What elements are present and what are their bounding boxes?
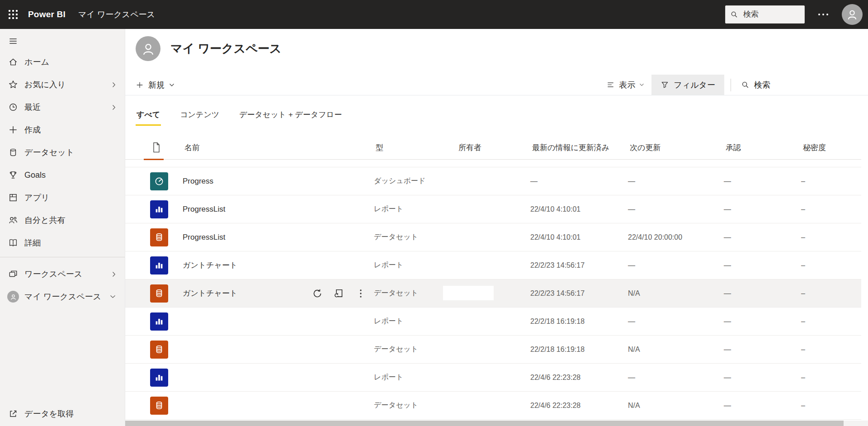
table-row[interactable]: データセット 22/2/18 16:19:18 N/A — – xyxy=(125,336,861,364)
sidebar-item-get-data[interactable]: データを取得 xyxy=(0,402,125,425)
sidebar-item-trophy[interactable]: Goals xyxy=(0,164,125,186)
sidebar-item-label: ワークスペース xyxy=(24,269,82,279)
sidebar-item-people[interactable]: 自分と共有 xyxy=(0,209,125,232)
sidebar-item-book[interactable]: 詳細 xyxy=(0,232,125,254)
schedule-refresh-icon[interactable] xyxy=(333,287,345,300)
document-icon[interactable] xyxy=(150,142,170,153)
sidebar-item-label: 最近 xyxy=(24,102,41,113)
item-refreshed: 22/4/10 4:10:01 xyxy=(530,205,628,213)
table-header-spacer xyxy=(125,160,861,167)
book-icon xyxy=(8,238,18,248)
tab-content[interactable]: コンテンツ xyxy=(179,109,220,126)
toolbar-divider xyxy=(731,79,731,91)
row-actions xyxy=(306,287,374,300)
column-header-type[interactable]: 型 xyxy=(376,142,458,153)
item-refreshed: 22/4/10 4:10:01 xyxy=(530,233,628,241)
toolbar: 新規 表示 フィルター xyxy=(125,75,868,95)
sidebar-item-home[interactable]: ホーム xyxy=(0,51,125,73)
horizontal-scrollbar[interactable] xyxy=(125,421,868,426)
item-next-refresh: — xyxy=(628,177,724,185)
owner-name-redacted xyxy=(443,286,494,300)
sidebar-item-apps[interactable]: アプリ xyxy=(0,186,125,209)
sidebar-item-clock[interactable]: 最近 xyxy=(0,96,125,118)
view-button[interactable]: 表示 xyxy=(599,75,651,95)
item-sensitivity: – xyxy=(801,261,861,270)
item-endorsement: — xyxy=(724,402,801,410)
sidebar-item-label: データを取得 xyxy=(24,408,74,419)
global-search-box[interactable] xyxy=(725,5,805,24)
plus-icon xyxy=(8,125,18,135)
item-type: レポート xyxy=(374,260,457,270)
item-type: レポート xyxy=(374,317,457,326)
plus-icon xyxy=(136,81,144,89)
more-options-icon[interactable] xyxy=(354,287,367,300)
hamburger-menu-icon[interactable] xyxy=(0,32,125,51)
report-tile-icon xyxy=(150,369,168,387)
column-header-owner[interactable]: 所有者 xyxy=(458,142,532,153)
list-search-button[interactable]: 検索 xyxy=(736,75,775,95)
filter-button[interactable]: フィルター xyxy=(651,75,724,95)
item-refreshed: 22/4/6 22:23:28 xyxy=(530,402,628,410)
waffle-menu-icon[interactable] xyxy=(0,0,26,29)
table-header: 名前 型 所有者 最新の情報に更新済み 次の更新 承認 秘密度 xyxy=(125,136,861,160)
table-row[interactable]: レポート 22/2/18 16:19:18 — — – xyxy=(125,308,861,336)
item-name[interactable]: ガントチャート xyxy=(183,288,306,298)
item-refreshed: 22/2/18 16:19:18 xyxy=(530,317,628,326)
dashboard-tile-icon xyxy=(150,172,168,190)
item-name[interactable]: Progress xyxy=(183,177,306,186)
item-sensitivity: – xyxy=(801,289,861,298)
new-button[interactable]: 新規 xyxy=(136,75,175,95)
item-sensitivity: – xyxy=(801,205,861,213)
more-options-icon[interactable] xyxy=(816,11,831,18)
user-avatar[interactable] xyxy=(842,4,863,25)
refresh-icon[interactable] xyxy=(311,287,324,300)
table-row[interactable]: データセット 22/4/6 22:23:28 N/A — – xyxy=(125,392,861,420)
item-endorsement: — xyxy=(724,205,801,213)
column-header-name[interactable]: 名前 xyxy=(184,142,307,153)
item-type: データセット xyxy=(374,232,457,242)
sidebar-item-label: 詳細 xyxy=(24,237,41,248)
table-row[interactable]: レポート 22/4/6 22:23:28 — — – xyxy=(125,364,861,392)
item-next-refresh: N/A xyxy=(628,346,724,354)
table-row[interactable]: Progress ダッシュボード — — — – xyxy=(125,167,861,195)
item-endorsement: — xyxy=(724,233,801,241)
sidebar-item-star[interactable]: お気に入り xyxy=(0,73,125,96)
item-name[interactable]: ProgressList xyxy=(183,233,306,242)
item-name[interactable]: ガントチャート xyxy=(183,260,306,270)
chevron-right-icon xyxy=(112,82,116,88)
search-icon xyxy=(741,80,750,89)
column-header-endorsement[interactable]: 承認 xyxy=(726,142,803,153)
sidebar-item-workspaces[interactable]: ワークスペース xyxy=(0,263,125,285)
sidebar-nav: ホーム お気に入り 最近 作成 データセット Goals アプリ 自分と共有 詳… xyxy=(0,51,125,308)
sidebar-item-plus[interactable]: 作成 xyxy=(0,118,125,141)
report-tile-icon xyxy=(150,256,168,275)
sidebar-item-label: お気に入り xyxy=(24,79,66,90)
item-refreshed: — xyxy=(530,177,628,185)
topbar-workspace-label: マイ ワークスペース xyxy=(78,9,155,20)
item-next-refresh: N/A xyxy=(628,289,724,298)
item-endorsement: — xyxy=(724,261,801,270)
item-type: レポート xyxy=(374,373,457,382)
table-row[interactable]: ProgressList データセット 22/4/10 4:10:01 22/4… xyxy=(125,223,861,251)
view-list-icon xyxy=(606,80,615,89)
table-row[interactable]: ガントチャート レポート 22/2/23 14:56:17 — — – xyxy=(125,251,861,279)
table-row[interactable]: ProgressList レポート 22/4/10 4:10:01 — — – xyxy=(125,195,861,223)
item-sensitivity: – xyxy=(801,402,861,410)
chevron-right-icon xyxy=(112,271,116,277)
item-name[interactable]: ProgressList xyxy=(183,205,306,214)
sidebar-item-label: データセット xyxy=(24,147,74,158)
database-icon xyxy=(8,147,18,157)
sidebar-item-database[interactable]: データセット xyxy=(0,141,125,164)
global-search-input[interactable] xyxy=(742,9,800,19)
column-header-refreshed[interactable]: 最新の情報に更新済み xyxy=(532,142,630,153)
sidebar-item-avatar[interactable]: マイ ワークスペース xyxy=(0,285,125,308)
tab-datasets-dataflows[interactable]: データセット + データフロー xyxy=(238,109,343,126)
sidebar-item-label: マイ ワークスペース xyxy=(24,291,101,302)
dataset-tile-icon xyxy=(150,341,168,359)
table-row[interactable]: ガントチャート データセット 22/2/23 14:56:17 N/A — – xyxy=(125,279,861,308)
tab-all[interactable]: すべて xyxy=(136,109,161,126)
horizontal-scrollbar-thumb[interactable] xyxy=(125,421,844,426)
column-header-sensitivity[interactable]: 秘密度 xyxy=(803,142,861,153)
item-refreshed: 22/2/18 16:19:18 xyxy=(530,346,628,354)
column-header-next-refresh[interactable]: 次の更新 xyxy=(630,142,726,153)
